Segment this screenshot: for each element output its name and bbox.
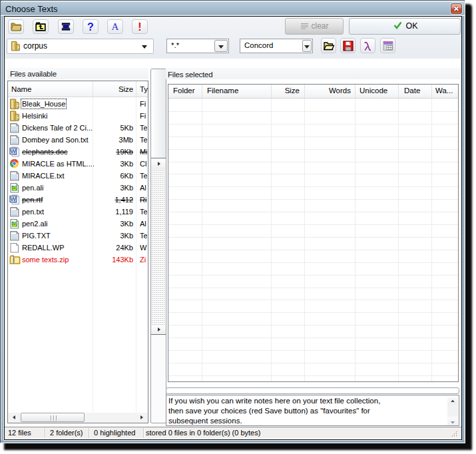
- svg-text:W: W: [11, 148, 17, 154]
- svg-text:W: W: [11, 196, 17, 202]
